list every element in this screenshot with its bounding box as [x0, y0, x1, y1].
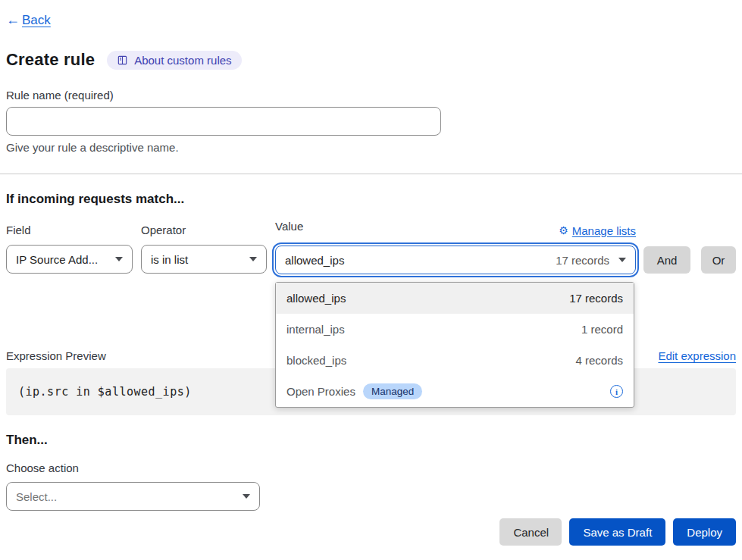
manage-lists-label: Manage lists — [572, 224, 636, 237]
rule-name-label: Rule name (required) — [6, 89, 736, 102]
page-title: Create rule — [6, 50, 95, 70]
value-select[interactable]: allowed_ips 17 records — [275, 246, 636, 274]
list-item-name: blocked_ips — [286, 354, 346, 367]
list-item-allowed-ips[interactable]: allowed_ips 17 records — [276, 283, 634, 314]
value-select-meta: 17 records — [556, 254, 609, 267]
chevron-down-icon — [115, 257, 123, 261]
list-item-blocked-ips[interactable]: blocked_ips 4 records — [276, 345, 634, 376]
list-item-internal-ips[interactable]: internal_ips 1 record — [276, 314, 634, 345]
chevron-down-icon — [243, 494, 250, 499]
info-icon[interactable]: i — [610, 385, 623, 398]
list-item-records: 17 records — [569, 292, 623, 305]
edit-expression-link[interactable]: Edit expression — [658, 349, 736, 362]
save-as-draft-button[interactable]: Save as Draft — [569, 518, 665, 546]
rule-name-input[interactable] — [6, 107, 441, 136]
back-link[interactable]: ←Back — [6, 12, 51, 28]
back-link-label: Back — [22, 13, 51, 28]
footer-actions: Cancel Save as Draft Deploy — [499, 518, 736, 546]
title-row: Create rule About custom rules — [6, 50, 736, 70]
operator-label: Operator — [141, 224, 267, 236]
about-custom-rules-label: About custom rules — [134, 54, 231, 67]
operator-select[interactable]: is in list — [141, 245, 267, 274]
expression-preview-label: Expression Preview — [6, 349, 106, 362]
value-label: Value — [275, 220, 303, 233]
list-item-open-proxies[interactable]: Open Proxies Managed i — [276, 376, 634, 407]
list-item-name: internal_ips — [286, 323, 345, 336]
or-button[interactable]: Or — [701, 246, 736, 274]
field-select-value: IP Source Add... — [16, 253, 108, 266]
match-section-heading: If incoming requests match... — [6, 192, 736, 207]
list-item-records: 4 records — [575, 354, 623, 367]
list-dropdown-panel: allowed_ips 17 records internal_ips 1 re… — [275, 282, 634, 408]
back-arrow-icon: ← — [6, 12, 20, 28]
action-select[interactable]: Select... — [6, 482, 260, 511]
field-select[interactable]: IP Source Add... — [6, 245, 133, 274]
gear-icon: ⚙ — [559, 225, 568, 236]
manage-lists-link[interactable]: ⚙ Manage lists — [559, 224, 636, 237]
chevron-down-icon — [618, 258, 626, 262]
then-section-heading: Then... — [6, 433, 736, 448]
choose-action-label: Choose action — [6, 461, 736, 474]
list-item-name: Open Proxies — [286, 385, 355, 398]
action-select-placeholder: Select... — [16, 490, 235, 503]
list-item-name: allowed_ips — [286, 292, 346, 305]
list-item-records: 1 record — [581, 323, 623, 336]
condition-row: Field IP Source Add... Operator is in li… — [6, 224, 736, 274]
cancel-button[interactable]: Cancel — [499, 518, 562, 546]
field-label: Field — [6, 224, 133, 236]
book-icon — [117, 55, 128, 66]
operator-select-value: is in list — [151, 253, 242, 266]
managed-badge: Managed — [363, 383, 422, 399]
deploy-button[interactable]: Deploy — [673, 518, 736, 546]
section-divider — [0, 174, 742, 174]
about-custom-rules-link[interactable]: About custom rules — [107, 51, 241, 70]
chevron-down-icon — [249, 257, 257, 261]
rule-name-helper-text: Give your rule a descriptive name. — [6, 141, 736, 154]
and-button[interactable]: And — [643, 246, 690, 274]
value-select-value: allowed_ips — [285, 254, 556, 267]
expression-code: (ip.src in $allowed_ips) — [18, 385, 192, 399]
